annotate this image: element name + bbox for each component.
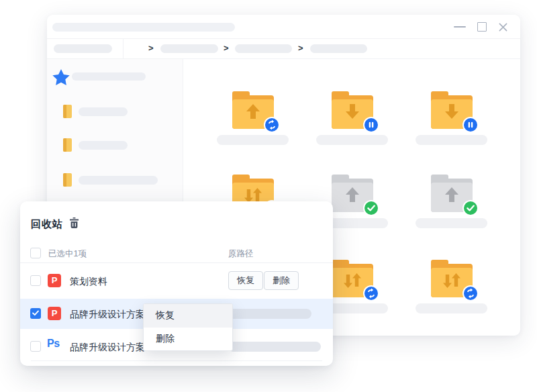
folder-label-skeleton — [217, 135, 289, 145]
folder-icon[interactable] — [62, 138, 73, 155]
divider — [31, 360, 322, 361]
powerpoint-file-icon: P — [48, 307, 61, 320]
chevron-right-icon: > — [148, 43, 154, 53]
minimize-icon[interactable] — [454, 26, 466, 28]
path-skeleton — [228, 309, 311, 319]
folder-label-skeleton — [416, 218, 487, 228]
titlebar — [47, 15, 520, 39]
pause-badge-icon — [462, 117, 479, 133]
folder-item[interactable] — [316, 91, 388, 146]
folder-item[interactable] — [416, 175, 487, 230]
table-header: 已选中1项 原路径 — [20, 243, 333, 263]
folder-item[interactable] — [217, 91, 289, 146]
trash-icon[interactable] — [69, 217, 79, 231]
path-skeleton — [228, 342, 321, 352]
breadcrumb: > > > — [47, 39, 520, 59]
folder-label-skeleton — [416, 135, 487, 145]
table-row[interactable]: P 策划资料 恢复 删除 — [20, 263, 333, 299]
breadcrumb-item-placeholder[interactable] — [235, 44, 292, 53]
folder-label-skeleton — [316, 135, 388, 145]
restore-button[interactable]: 恢复 — [228, 271, 263, 290]
folder-item[interactable] — [416, 91, 487, 146]
select-all-checkbox[interactable] — [30, 248, 41, 258]
folder-icon[interactable] — [62, 104, 73, 121]
pause-badge-icon — [363, 117, 379, 133]
chevron-right-icon: > — [224, 43, 229, 53]
search-input[interactable] — [52, 23, 235, 32]
folder-label-skeleton — [416, 303, 487, 313]
context-menu: 恢复 删除 — [143, 303, 233, 351]
path-column-header: 原路径 — [228, 248, 254, 260]
recycle-bin-panel: 回收站 已选中1项 原路径 P 策划资料 恢复 删除 P 品牌升级设计方案 — [20, 201, 333, 366]
sidebar-label-skeleton — [72, 72, 146, 81]
file-name: 品牌升级设计方案 — [70, 309, 145, 321]
window-controls — [454, 15, 508, 39]
row-checkbox-checked[interactable] — [30, 308, 41, 319]
sync-badge-icon — [363, 285, 379, 301]
selection-count-label: 已选中1项 — [48, 248, 87, 260]
powerpoint-file-icon: P — [48, 274, 61, 287]
sidebar-label-skeleton — [79, 141, 128, 150]
check-badge-icon — [462, 200, 479, 216]
context-menu-item-delete[interactable]: 删除 — [144, 328, 232, 351]
page: > > > — [0, 0, 537, 392]
sidebar-label-skeleton — [79, 107, 128, 116]
close-icon[interactable] — [498, 22, 508, 32]
photoshop-file-icon: Ps — [47, 338, 60, 350]
sidebar-label-skeleton — [79, 176, 158, 185]
delete-button[interactable]: 删除 — [264, 271, 299, 290]
panel-title: 回收站 — [31, 218, 63, 231]
row-checkbox[interactable] — [30, 275, 41, 286]
folder-icon[interactable] — [62, 173, 73, 190]
sync-badge-icon — [462, 285, 479, 301]
check-badge-icon — [363, 200, 379, 216]
star-icon[interactable] — [52, 69, 70, 89]
breadcrumb-item-placeholder[interactable] — [54, 44, 112, 53]
sync-badge-icon — [264, 117, 280, 133]
file-name: 品牌升级设计方案 — [70, 342, 145, 354]
context-menu-item-restore[interactable]: 恢复 — [144, 304, 232, 328]
folder-item[interactable] — [416, 260, 487, 315]
divider — [123, 39, 124, 59]
row-checkbox[interactable] — [30, 341, 41, 352]
file-name: 策划资料 — [70, 276, 107, 288]
breadcrumb-item-placeholder[interactable] — [160, 44, 218, 53]
maximize-icon[interactable] — [477, 22, 487, 32]
chevron-right-icon: > — [298, 43, 303, 53]
breadcrumb-item-placeholder[interactable] — [310, 44, 367, 53]
